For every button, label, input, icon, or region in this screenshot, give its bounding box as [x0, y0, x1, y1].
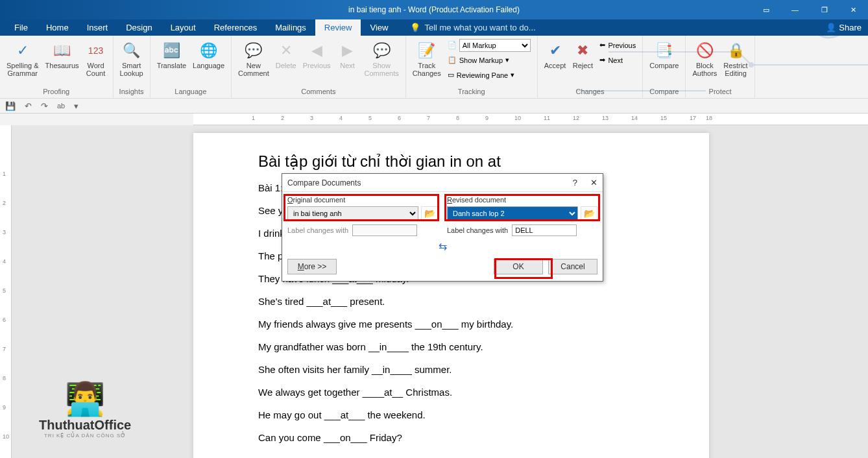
tab-design[interactable]: Design: [117, 19, 161, 36]
close-button[interactable]: ✕: [839, 0, 868, 19]
compare-icon: 📑: [655, 40, 673, 62]
lightbulb-search-icon: 🔍: [123, 40, 140, 62]
compare-button[interactable]: 📑Compare: [647, 38, 681, 71]
dialog-help-button[interactable]: ?: [573, 178, 577, 187]
reject-button[interactable]: ✖Reject: [570, 38, 596, 71]
original-document-dropdown[interactable]: in bai tieng anh: [287, 206, 418, 221]
save-icon[interactable]: 💾: [5, 101, 16, 111]
menubar: File Home Insert Design Layout Reference…: [0, 19, 868, 36]
language-button[interactable]: 🌐Language: [190, 38, 227, 71]
comment-icon: 💬: [245, 40, 262, 62]
browse-revised-button[interactable]: 📂: [581, 206, 597, 221]
abc-check-icon: ✓: [17, 40, 29, 62]
doc-line: He may go out ___at___ the weekend.: [258, 409, 644, 420]
restrict-editing-button[interactable]: 🔒Restrict Editing: [721, 38, 750, 78]
ruler-vertical[interactable]: 12345678910: [0, 125, 12, 458]
label-changes-rev-input[interactable]: [512, 224, 577, 236]
repeat-button[interactable]: ab: [57, 102, 65, 110]
doc-line: She's tired ___at___ present.: [258, 296, 644, 307]
dialog-close-button[interactable]: ✕: [590, 178, 597, 187]
doc-line: We always get together ____at__ Christma…: [258, 387, 644, 398]
group-label: Compare: [649, 86, 679, 97]
dialog-title: Compare Documents: [287, 178, 361, 187]
reject-icon: ✖: [577, 40, 588, 62]
doc-icon: 📄: [448, 41, 457, 49]
ok-button[interactable]: OK: [494, 259, 543, 274]
minimize-button[interactable]: —: [780, 0, 810, 19]
laptop-person-icon: 👨‍💻: [39, 380, 131, 418]
translate-button[interactable]: 🔤Translate: [154, 38, 189, 71]
tab-layout[interactable]: Layout: [162, 19, 205, 36]
delete-icon: ✕: [280, 40, 292, 62]
original-doc-label: Original document: [287, 196, 438, 204]
smart-lookup-button[interactable]: 🔍Smart Lookup: [117, 38, 146, 78]
next-change-button[interactable]: ➡Next: [597, 53, 638, 67]
compare-documents-dialog: Compare Documents ? ✕ Original document …: [282, 173, 603, 282]
folder-icon: 📂: [424, 208, 435, 219]
markup-display-dropdown[interactable]: 📄All Markup: [445, 38, 533, 52]
watermark-logo: 👨‍💻 ThuthuatOffice TRI KỆ CỦA DÂN CÔNG S…: [39, 380, 131, 439]
group-label: Proofing: [43, 86, 69, 97]
next-icon: ➡: [599, 56, 605, 64]
ruler-horizontal[interactable]: 1234567891011121314151718: [193, 114, 868, 125]
restore-button[interactable]: ❐: [810, 0, 839, 19]
tab-insert[interactable]: Insert: [78, 19, 117, 36]
tab-home[interactable]: Home: [37, 19, 78, 36]
undo-button[interactable]: ↶: [25, 101, 32, 111]
accept-icon: ✔: [549, 40, 561, 62]
doc-line: She often visits her family __in____ sum…: [258, 364, 644, 375]
translate-icon: 🔤: [163, 40, 180, 62]
tell-me-input[interactable]: 💡 Tell me what you want to do...: [410, 19, 535, 36]
tab-view[interactable]: View: [361, 19, 397, 36]
previous-change-button[interactable]: ⬅Previous: [597, 38, 638, 52]
thesaurus-button[interactable]: 📖Thesaurus: [43, 38, 82, 71]
eye-icon: 📋: [448, 56, 457, 64]
doc-line: My grandfather was born __in____ the 19t…: [258, 341, 644, 352]
reviewing-pane-dropdown[interactable]: ▭Reviewing Pane ▾: [445, 68, 533, 82]
label-changes-orig: Label changes with: [287, 226, 348, 234]
more-button[interactable]: More >>: [287, 259, 337, 274]
block-icon: 🚫: [696, 40, 714, 62]
new-comment-button[interactable]: 💬New Comment: [235, 38, 272, 78]
group-label: Comments: [301, 86, 335, 97]
tab-mailings[interactable]: Mailings: [266, 19, 315, 36]
lightbulb-icon: 💡: [410, 23, 420, 32]
swap-documents-button[interactable]: ⇆: [287, 236, 597, 256]
revised-doc-label: Revised document: [447, 196, 597, 204]
next-comment-button: ▶Next: [335, 38, 361, 71]
show-comments-button: 💬Show Comments: [362, 38, 402, 78]
spelling-grammar-button[interactable]: ✓Spelling & Grammar: [4, 38, 42, 78]
person-icon: 👤: [826, 23, 836, 32]
show-markup-dropdown[interactable]: 📋Show Markup ▾: [445, 53, 533, 67]
track-changes-button[interactable]: 📝Track Changes: [410, 38, 444, 78]
tab-references[interactable]: References: [205, 19, 266, 36]
group-label: Changes: [575, 86, 604, 97]
share-button[interactable]: 👤 Share: [819, 19, 868, 36]
accept-button[interactable]: ✔Accept: [542, 38, 569, 71]
qat-customize[interactable]: ▾: [74, 101, 78, 111]
tab-review[interactable]: Review: [315, 19, 361, 36]
block-authors-button[interactable]: 🚫Block Authors: [690, 38, 719, 78]
window-title: in bai tieng anh - Word (Product Activat…: [348, 5, 520, 14]
browse-original-button[interactable]: 📂: [421, 206, 438, 221]
123-icon: 123: [88, 40, 103, 62]
cancel-button[interactable]: Cancel: [548, 259, 597, 274]
group-label: Language: [175, 86, 206, 97]
ribbon: ✓Spelling & Grammar 📖Thesaurus 123Word C…: [0, 36, 868, 99]
group-label: Tracking: [458, 86, 485, 97]
prev-icon: ⬅: [599, 41, 605, 49]
track-icon: 📝: [418, 40, 435, 62]
folder-icon: 📂: [584, 208, 595, 219]
revised-document-dropdown[interactable]: Danh sach lop 2: [447, 206, 578, 221]
pane-icon: ▭: [448, 71, 454, 79]
label-changes-rev: Label changes with: [447, 226, 508, 234]
ribbon-options-icon[interactable]: ▭: [751, 0, 780, 19]
lock-icon: 🔒: [727, 40, 745, 62]
previous-comment-button: ◀Previous: [300, 38, 333, 71]
redo-button[interactable]: ↷: [41, 101, 48, 111]
word-count-button[interactable]: 123Word Count: [83, 38, 109, 78]
prev-icon: ◀: [311, 40, 322, 62]
tab-file[interactable]: File: [5, 19, 37, 36]
titlebar: in bai tieng anh - Word (Product Activat…: [0, 0, 868, 19]
doc-line: Can you come ___on___ Friday?: [258, 432, 644, 443]
